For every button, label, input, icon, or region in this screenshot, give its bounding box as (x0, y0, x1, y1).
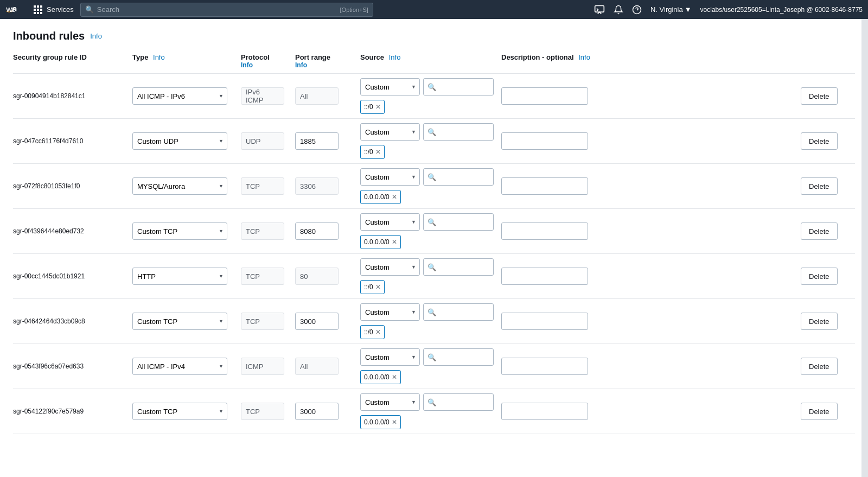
port-info-link[interactable]: Info (295, 61, 360, 69)
source-select-wrapper[interactable]: Custom (360, 258, 420, 276)
type-select[interactable]: All ICMP - IPv6 (132, 87, 227, 105)
source-select[interactable]: Custom (360, 168, 420, 186)
type-select-wrapper[interactable]: Custom TCP (132, 222, 227, 240)
source-select-wrapper[interactable]: Custom (360, 213, 420, 231)
protocol-field: ICMP (241, 358, 284, 375)
source-select[interactable]: Custom (360, 393, 420, 411)
source-select-wrapper[interactable]: Custom (360, 168, 420, 186)
source-info-link[interactable]: Info (389, 53, 401, 61)
port-display: 3306 (295, 177, 339, 195)
type-select[interactable]: HTTP (132, 268, 227, 285)
description-input[interactable] (501, 313, 588, 330)
services-menu[interactable]: Services (34, 5, 74, 14)
help-icon[interactable] (632, 5, 642, 15)
type-select[interactable]: Custom UDP (132, 132, 227, 150)
type-select[interactable]: MYSQL/Aurora (132, 177, 227, 195)
ip-tag[interactable]: ::/0 ✕ (360, 100, 385, 114)
port-input[interactable]: 8080 (295, 222, 339, 240)
source-select-wrapper[interactable]: Custom (360, 348, 420, 366)
col-port-range: Port range Info (295, 53, 360, 69)
description-info-link[interactable]: Info (578, 53, 590, 61)
delete-button[interactable]: Delete (801, 177, 838, 195)
page-info-link[interactable]: Info (90, 32, 102, 40)
source-select-wrapper[interactable]: Custom (360, 78, 420, 96)
delete-wrap: Delete (801, 358, 855, 375)
description-input[interactable] (501, 132, 588, 150)
type-info-link[interactable]: Info (153, 53, 165, 61)
scrollbar[interactable] (861, 19, 868, 477)
type-select-wrapper[interactable]: All ICMP - IPv6 (132, 87, 227, 105)
port-input[interactable]: 3000 (295, 313, 339, 330)
source-select[interactable]: Custom (360, 123, 420, 141)
source-select[interactable]: Custom (360, 258, 420, 276)
description-input[interactable] (501, 87, 588, 105)
source-row: Custom 🔍 (360, 303, 501, 321)
description-input[interactable] (501, 222, 588, 240)
type-select[interactable]: Custom TCP (132, 313, 227, 330)
remove-ip-btn[interactable]: ✕ (375, 328, 381, 336)
search-bar[interactable]: 🔍 [Option+S] (80, 3, 373, 17)
remove-ip-btn[interactable]: ✕ (392, 193, 397, 201)
ip-tag[interactable]: ::/0 ✕ (360, 280, 385, 294)
remove-ip-btn[interactable]: ✕ (375, 148, 381, 156)
type-select[interactable]: Custom TCP (132, 222, 227, 240)
aws-logo[interactable] (5, 3, 27, 16)
terminal-icon[interactable] (594, 4, 605, 15)
description-wrap (501, 87, 801, 105)
delete-button[interactable]: Delete (801, 268, 838, 285)
type-select[interactable]: Custom TCP (132, 403, 227, 420)
delete-button[interactable]: Delete (801, 132, 838, 150)
delete-button[interactable]: Delete (801, 313, 838, 330)
source-select[interactable]: Custom (360, 213, 420, 231)
type-select-wrapper[interactable]: MYSQL/Aurora (132, 177, 227, 195)
ip-tag[interactable]: 0.0.0.0/0 ✕ (360, 370, 401, 384)
description-input[interactable] (501, 403, 588, 420)
remove-ip-btn[interactable]: ✕ (375, 283, 381, 291)
bell-icon[interactable] (614, 5, 623, 15)
description-input[interactable] (501, 358, 588, 375)
type-select[interactable]: All ICMP - IPv4 (132, 358, 227, 375)
source-row: Custom 🔍 (360, 393, 501, 411)
rules-container: sgr-00904914b182841c1 All ICMP - IPv6 IP… (13, 74, 855, 434)
ip-tag[interactable]: ::/0 ✕ (360, 145, 385, 159)
port-input[interactable]: 3000 (295, 403, 339, 420)
protocol-info-link[interactable]: Info (241, 61, 295, 69)
type-select-wrap: Custom TCP (132, 403, 241, 420)
description-input[interactable] (501, 177, 588, 195)
type-select-wrapper[interactable]: Custom TCP (132, 403, 227, 420)
source-search-icon: 🔍 (427, 218, 436, 226)
type-select-wrapper[interactable]: All ICMP - IPv4 (132, 358, 227, 375)
remove-ip-btn[interactable]: ✕ (375, 103, 381, 111)
source-input-wrap: 🔍 (423, 348, 494, 366)
remove-ip-btn[interactable]: ✕ (392, 238, 397, 246)
delete-button[interactable]: Delete (801, 222, 838, 240)
user-menu[interactable]: voclabs/user2525605=Linta_Joseph @ 6002-… (700, 6, 863, 14)
rule-id: sgr-04642464d33cb09c8 (13, 317, 132, 325)
ip-tag[interactable]: 0.0.0.0/0 ✕ (360, 235, 401, 249)
ip-tag[interactable]: 0.0.0.0/0 ✕ (360, 190, 401, 204)
remove-ip-btn[interactable]: ✕ (392, 418, 397, 426)
ip-tags-row: 0.0.0.0/0 ✕ (360, 415, 501, 429)
delete-button[interactable]: Delete (801, 358, 838, 375)
ip-tag[interactable]: ::/0 ✕ (360, 325, 385, 339)
delete-button[interactable]: Delete (801, 403, 838, 420)
type-select-wrapper[interactable]: HTTP (132, 268, 227, 285)
port-input[interactable]: 1885 (295, 132, 339, 150)
source-select-wrapper[interactable]: Custom (360, 123, 420, 141)
type-select-wrapper[interactable]: Custom UDP (132, 132, 227, 150)
description-wrap (501, 403, 801, 420)
source-select[interactable]: Custom (360, 348, 420, 366)
delete-button[interactable]: Delete (801, 87, 838, 105)
description-wrap (501, 268, 801, 285)
ip-tag[interactable]: 0.0.0.0/0 ✕ (360, 415, 401, 429)
type-select-wrapper[interactable]: Custom TCP (132, 313, 227, 330)
description-input[interactable] (501, 268, 588, 285)
rule-main-row: sgr-04642464d33cb09c8 Custom TCP TCP 300… (13, 303, 855, 339)
search-input[interactable] (97, 5, 340, 14)
remove-ip-btn[interactable]: ✕ (392, 373, 397, 381)
region-selector[interactable]: N. Virginia ▼ (650, 5, 692, 14)
source-select-wrapper[interactable]: Custom (360, 393, 420, 411)
source-select[interactable]: Custom (360, 78, 420, 96)
source-select[interactable]: Custom (360, 303, 420, 321)
source-select-wrapper[interactable]: Custom (360, 303, 420, 321)
